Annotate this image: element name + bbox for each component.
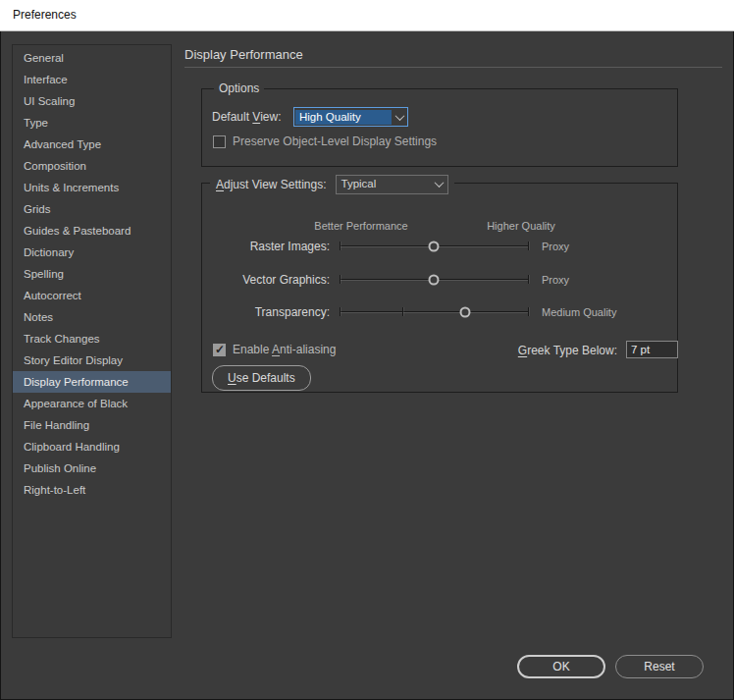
options-group-legend: Options xyxy=(214,81,264,96)
sidebar-item-appearance-of-black[interactable]: Appearance of Black xyxy=(13,393,171,414)
adjust-view-settings-legend: Adjust View Settings: Typical xyxy=(210,174,454,194)
slider-tick xyxy=(340,307,341,316)
chevron-down-icon xyxy=(432,181,447,188)
sidebar-item-ui-scaling[interactable]: UI Scaling xyxy=(13,90,171,112)
sidebar-item-interface[interactable]: Interface xyxy=(13,69,171,90)
greek-type-below-label: Greek Type Below: xyxy=(518,344,617,357)
transparency-slider-track-line xyxy=(340,311,528,312)
sidebar-item-spelling[interactable]: Spelling xyxy=(13,263,171,285)
sidebar-item-file-handling[interactable]: File Handling xyxy=(13,414,171,436)
preserve-object-level-checkbox[interactable] xyxy=(213,135,226,148)
sidebar-item-right-to-left[interactable]: Right-to-Left xyxy=(13,479,171,501)
preserve-object-level-label: Preserve Object-Level Display Settings xyxy=(233,135,437,148)
enable-anti-aliasing-label: Enable Anti-aliasing xyxy=(233,343,336,356)
adjust-view-settings-label: Adjust View Settings: xyxy=(216,178,327,191)
title-divider xyxy=(184,67,722,68)
vector-graphics-slider[interactable] xyxy=(340,269,528,291)
default-view-selected-value: High Quality xyxy=(295,110,392,125)
raster-images-label: Raster Images: xyxy=(202,236,330,257)
slider-tick xyxy=(528,242,529,250)
greek-type-input[interactable] xyxy=(626,341,678,358)
sidebar-item-track-changes[interactable]: Track Changes xyxy=(13,328,171,350)
slider-tick xyxy=(528,307,529,316)
reset-button[interactable]: Reset xyxy=(615,655,704,678)
preserve-object-level-row: Preserve Object-Level Display Settings xyxy=(213,135,437,148)
slider-tick xyxy=(402,307,403,316)
sidebar-item-units-increments[interactable]: Units & Increments xyxy=(13,177,171,198)
transparency-slider-row: Transparency:Medium Quality xyxy=(202,301,677,323)
chevron-down-icon xyxy=(392,114,407,121)
preferences-category-list: GeneralInterfaceUI ScalingTypeAdvanced T… xyxy=(12,44,172,638)
sidebar-item-notes[interactable]: Notes xyxy=(13,306,171,328)
vector-graphics-slider-thumb[interactable] xyxy=(429,274,440,285)
transparency-value-label: Medium Quality xyxy=(542,301,616,323)
sidebar-item-general[interactable]: General xyxy=(13,47,171,69)
sidebar-item-advanced-type[interactable]: Advanced Type xyxy=(13,134,171,155)
adjust-view-settings-group: Adjust View Settings: Typical Better Per… xyxy=(201,183,678,393)
better-performance-label: Better Performance xyxy=(314,220,407,232)
sidebar-item-dictionary[interactable]: Dictionary xyxy=(13,242,171,263)
raster-images-value-label: Proxy xyxy=(542,236,569,257)
raster-images-slider-thumb[interactable] xyxy=(429,242,440,252)
window-title: Preferences xyxy=(13,0,77,30)
adjust-view-settings-selected-value: Typical xyxy=(337,176,432,192)
ok-button[interactable]: OK xyxy=(517,655,605,678)
transparency-slider[interactable] xyxy=(340,301,528,323)
transparency-label: Transparency: xyxy=(202,301,330,323)
default-view-dropdown[interactable]: High Quality xyxy=(293,107,408,127)
sidebar-item-guides-pasteboard[interactable]: Guides & Pasteboard xyxy=(13,220,171,242)
vector-graphics-slider-row: Vector Graphics:Proxy xyxy=(202,269,677,291)
adjust-view-settings-dropdown[interactable]: Typical xyxy=(336,175,448,194)
sidebar-item-autocorrect[interactable]: Autocorrect xyxy=(13,285,171,306)
sidebar-item-type[interactable]: Type xyxy=(13,112,171,134)
use-defaults-label: Use Defaults xyxy=(228,371,295,385)
titlebar: Preferences xyxy=(0,0,734,31)
slider-tick xyxy=(340,242,341,250)
use-defaults-button[interactable]: Use Defaults xyxy=(212,365,311,391)
sidebar-item-display-performance[interactable]: Display Performance xyxy=(13,371,171,393)
sidebar-item-story-editor-display[interactable]: Story Editor Display xyxy=(13,350,171,371)
sidebar-item-composition[interactable]: Composition xyxy=(13,155,171,177)
raster-images-slider[interactable] xyxy=(340,236,528,257)
vector-graphics-label: Vector Graphics: xyxy=(202,269,330,291)
raster-images-slider-row: Raster Images:Proxy xyxy=(202,236,677,257)
page-title: Display Performance xyxy=(184,47,303,62)
higher-quality-label: Higher Quality xyxy=(487,220,555,232)
options-group: Options Default View: High Quality Prese… xyxy=(201,88,678,167)
enable-anti-aliasing-row: Enable Anti-aliasing xyxy=(213,343,336,356)
slider-tick xyxy=(340,275,341,284)
enable-anti-aliasing-checkbox[interactable] xyxy=(213,344,226,356)
sidebar-item-grids[interactable]: Grids xyxy=(13,198,171,220)
default-view-label: Default View: xyxy=(212,110,282,124)
sidebar-item-clipboard-handling[interactable]: Clipboard Handling xyxy=(13,436,171,458)
sidebar-item-publish-online[interactable]: Publish Online xyxy=(13,458,171,479)
vector-graphics-value-label: Proxy xyxy=(542,269,569,291)
slider-tick xyxy=(528,275,529,284)
transparency-slider-thumb[interactable] xyxy=(460,307,471,318)
